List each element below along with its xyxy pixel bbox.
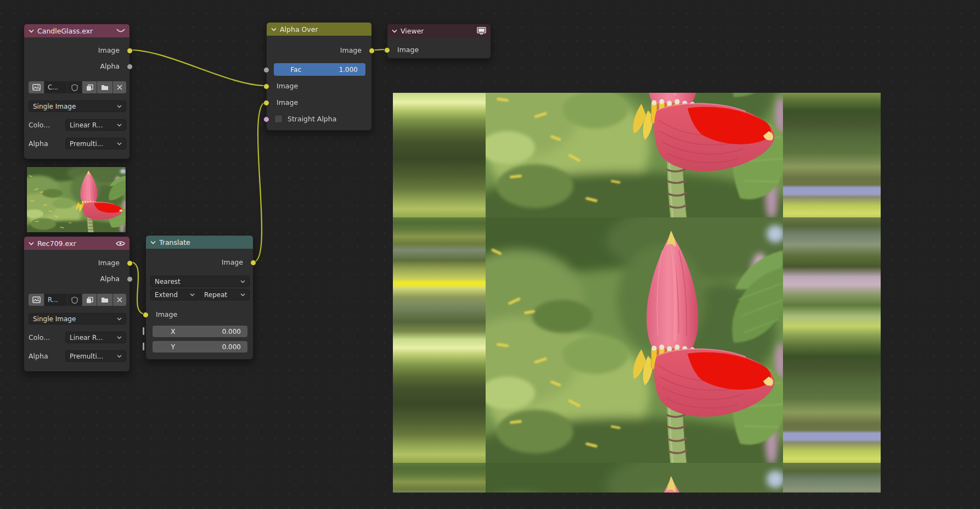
socket-image-input-1[interactable] (263, 83, 269, 90)
copy-icon (86, 84, 93, 91)
socket-alpha-output[interactable] (127, 276, 133, 282)
image-browse-row: R... (29, 294, 126, 306)
y-value-field[interactable]: Y 0.000 (153, 341, 247, 353)
alpha-mode-dropdown[interactable]: Premulti... (65, 138, 126, 149)
duplicate-image-button[interactable] (82, 294, 97, 306)
input-label-image: Image (397, 46, 419, 54)
socket-image-input[interactable] (143, 312, 149, 318)
source-dropdown[interactable]: Single Image (29, 100, 126, 112)
node-header-viewer[interactable]: Viewer (387, 24, 491, 37)
wire-candleglass-to-alphaover[interactable] (130, 50, 266, 86)
preview-arc-icon[interactable] (116, 29, 125, 33)
colorspace-label: Colo... (29, 333, 50, 342)
socket-image-output[interactable] (369, 48, 375, 54)
node-viewer[interactable]: Viewer Image (387, 24, 491, 59)
unlink-image-button[interactable] (113, 294, 126, 306)
chevron-down-icon[interactable] (392, 29, 397, 33)
socket-straight-alpha-input[interactable] (263, 116, 269, 122)
socket-alpha-output[interactable] (127, 64, 133, 70)
node-alpha-over[interactable]: Alpha Over Image Fac 1.000 Image Image S… (266, 22, 372, 131)
chevron-down-icon (240, 280, 245, 283)
socket-image-output[interactable] (127, 260, 133, 266)
node-translate[interactable]: Translate Image Nearest Extend Repeat Im… (145, 235, 254, 360)
chevron-down-icon (117, 317, 122, 321)
input-label-image-1: Image (277, 82, 298, 91)
socket-image-input[interactable] (384, 47, 390, 53)
fake-user-button[interactable] (67, 294, 82, 306)
output-label-image: Image (98, 259, 120, 267)
chevron-down-icon (117, 355, 122, 358)
x-value-field[interactable]: X 0.000 (153, 326, 247, 337)
unlink-image-button[interactable] (113, 81, 126, 93)
chevron-down-icon (117, 124, 122, 127)
image-browse-button[interactable] (29, 294, 44, 306)
image-name-field[interactable]: C... (44, 81, 67, 93)
node-title: CandleGlass.exr (37, 27, 113, 35)
node-header-alpha-over[interactable]: Alpha Over (267, 23, 371, 36)
shield-icon (71, 297, 78, 304)
socket-image-output[interactable] (127, 48, 133, 54)
fake-user-button[interactable] (67, 81, 82, 93)
wrap-x-dropdown[interactable]: Extend (150, 289, 199, 300)
colorspace-label: Colo... (29, 121, 50, 130)
node-rec709[interactable]: Rec709.exr Image Alpha R... Single Image… (24, 236, 130, 372)
interpolation-dropdown[interactable]: Nearest (150, 276, 250, 287)
node-candleglass[interactable]: CandleGlass.exr Image Alpha C... Single … (24, 24, 130, 159)
chevron-down-icon (117, 105, 122, 108)
node-title: Viewer (401, 27, 474, 35)
monitor-icon[interactable] (477, 27, 486, 35)
node-title: Rec709.exr (37, 239, 112, 248)
colorspace-dropdown[interactable]: Linear R... (65, 332, 126, 343)
node-preview-thumbnail (26, 166, 126, 233)
image-icon (32, 84, 41, 91)
chevron-down-icon (240, 293, 245, 297)
output-label-image: Image (340, 46, 362, 55)
source-dropdown[interactable]: Single Image (29, 313, 126, 325)
alpha-mode-dropdown[interactable]: Premulti... (65, 350, 126, 362)
socket-image-output[interactable] (250, 260, 256, 266)
copy-icon (86, 297, 93, 304)
input-label-image-2: Image (277, 98, 298, 107)
chevron-down-icon[interactable] (29, 29, 34, 33)
image-icon (32, 297, 41, 303)
chevron-down-icon[interactable] (271, 27, 277, 31)
chevron-down-icon[interactable] (29, 242, 34, 245)
open-image-button[interactable] (97, 81, 112, 93)
straight-alpha-row: Straight Alpha (274, 115, 336, 123)
x-icon (117, 297, 122, 303)
folder-open-icon (101, 297, 109, 303)
backdrop-image (393, 93, 881, 493)
fac-slider[interactable]: Fac 1.000 (274, 63, 365, 76)
output-label-alpha: Alpha (100, 275, 120, 283)
node-title: Translate (159, 238, 249, 247)
socket-y-input[interactable] (142, 342, 145, 351)
image-browse-button[interactable] (29, 81, 44, 93)
chevron-down-icon (117, 142, 122, 146)
open-image-button[interactable] (97, 294, 112, 306)
node-header-translate[interactable]: Translate (146, 236, 253, 249)
straight-alpha-checkbox[interactable] (274, 115, 283, 123)
image-name-field[interactable]: R... (44, 294, 67, 306)
wrap-y-dropdown[interactable]: Repeat (200, 289, 250, 300)
chevron-down-icon (117, 336, 122, 339)
output-label-image: Image (222, 258, 243, 267)
node-editor-canvas[interactable]: CandleGlass.exr Image Alpha C... Single … (0, 0, 980, 509)
node-header-candleglass[interactable]: CandleGlass.exr (24, 24, 129, 37)
chevron-down-icon (190, 293, 195, 297)
image-browse-row: C... (29, 81, 126, 93)
colorspace-dropdown[interactable]: Linear R... (65, 119, 126, 131)
duplicate-image-button[interactable] (82, 81, 97, 93)
node-header-rec709[interactable]: Rec709.exr (24, 237, 129, 250)
wire-translate-to-alphaover[interactable] (254, 102, 266, 262)
input-label-image: Image (156, 310, 177, 319)
alpha-mode-label: Alpha (29, 139, 48, 148)
folder-open-icon (101, 84, 109, 91)
socket-x-input[interactable] (142, 327, 145, 335)
socket-image-input-2[interactable] (263, 100, 269, 106)
straight-alpha-label: Straight Alpha (288, 115, 336, 123)
chevron-down-icon[interactable] (150, 240, 156, 244)
wire-rec709-to-translate[interactable] (130, 262, 145, 314)
socket-fac-input[interactable] (263, 67, 269, 73)
eye-icon[interactable] (116, 240, 125, 247)
alpha-mode-label: Alpha (29, 352, 48, 361)
